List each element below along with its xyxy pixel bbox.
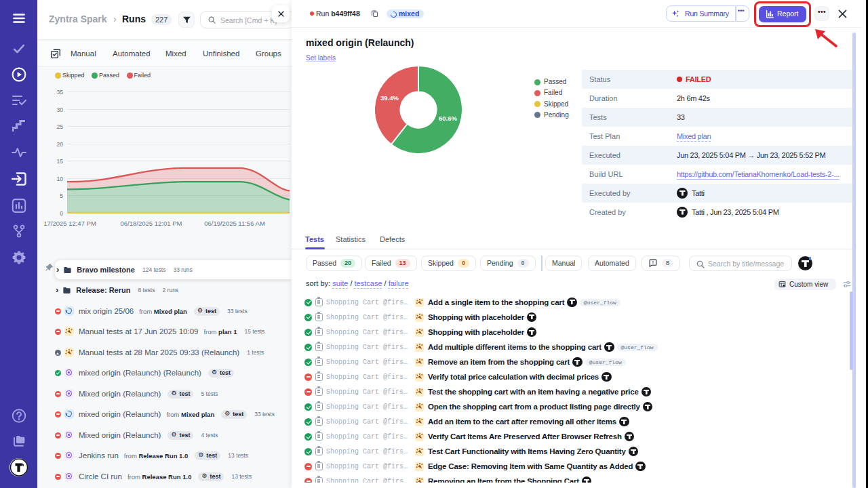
svg-text:15: 15	[57, 158, 64, 165]
svg-text:60.6%: 60.6%	[439, 115, 457, 122]
svg-text:25: 25	[57, 123, 64, 130]
svg-text:5: 5	[60, 192, 63, 199]
svg-text:10: 10	[57, 176, 64, 182]
svg-text:30: 30	[57, 106, 64, 113]
svg-text:39.4%: 39.4%	[380, 94, 399, 102]
svg-text:20: 20	[57, 141, 64, 148]
svg-text:35: 35	[57, 89, 64, 96]
svg-text:0: 0	[60, 210, 63, 217]
